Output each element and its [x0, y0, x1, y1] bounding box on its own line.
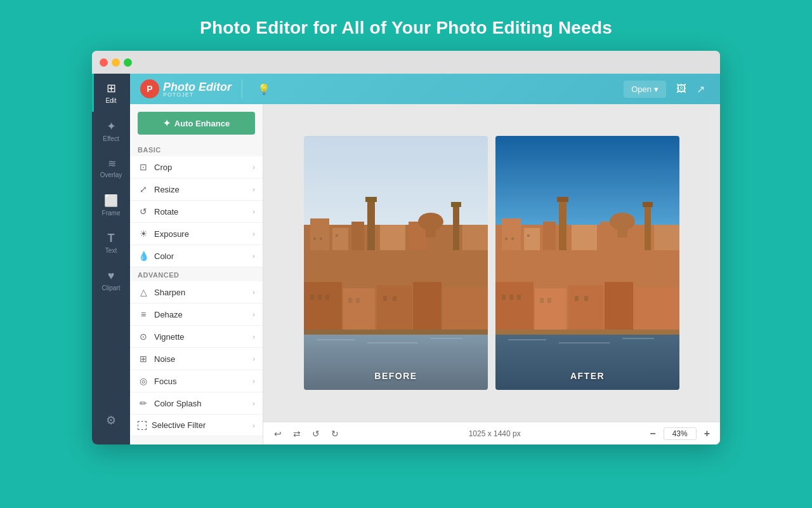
sidebar-label-overlay: Overlay [100, 171, 122, 178]
close-button[interactable] [100, 58, 108, 67]
focus-label: Focus [154, 377, 176, 386]
image-dimensions: 1025 x 1440 px [469, 429, 521, 438]
panel-area: ✦ Auto Enhance BASIC ⊡ Crop › ⤢ [130, 104, 263, 444]
before-after-container: BEFORE [304, 136, 679, 390]
color-arrow: › [252, 252, 255, 260]
after-label: AFTER [570, 371, 605, 381]
fullscreen-button[interactable] [124, 58, 132, 67]
panel-item-noise[interactable]: ⊞ Noise › [130, 348, 263, 370]
panel-item-exposure[interactable]: ☀ Exposure › [130, 223, 263, 245]
canvas-area: BEFORE [263, 104, 720, 422]
panel-item-focus[interactable]: ◎ Focus › [130, 370, 263, 392]
compare-button[interactable]: ⇄ [290, 427, 304, 441]
sidebar-label-effect: Effect [103, 135, 119, 142]
svg-rect-34 [495, 136, 679, 237]
after-image-panel: AFTER [495, 136, 679, 390]
redo-button[interactable]: ↻ [328, 427, 342, 441]
color-label: Color [154, 251, 174, 261]
panel-item-rotate[interactable]: ↺ Rotate › [130, 201, 263, 223]
svg-rect-14 [313, 237, 316, 240]
icon-sidebar: ⊞ Edit ✦ Effect ≋ Overlay ⬜ Frame T Text… [92, 74, 130, 444]
status-bar: ↩ ⇄ ↺ ↻ 1025 x 1440 px − 43% + [263, 422, 720, 444]
app-window: ⊞ Edit ✦ Effect ≋ Overlay ⬜ Frame T Text… [92, 51, 720, 444]
svg-rect-0 [304, 136, 488, 237]
noise-icon: ⊞ [138, 354, 149, 364]
panel-item-resize[interactable]: ⤢ Resize › [130, 178, 263, 201]
svg-rect-23 [318, 295, 322, 300]
panel-item-dehaze[interactable]: ≡ Dehaze › [130, 304, 263, 326]
svg-rect-56 [502, 295, 506, 300]
open-dropdown-arrow: ▾ [654, 84, 658, 94]
vignette-item-left: ⊙ Vignette [138, 331, 184, 342]
svg-rect-67 [495, 330, 679, 335]
before-label: BEFORE [374, 371, 417, 381]
before-image-svg [304, 136, 488, 390]
sharpen-label: Sharpen [154, 288, 185, 297]
color-icon: 💧 [138, 251, 149, 261]
selective-filter-icon [138, 421, 147, 430]
panel-item-selective-filter[interactable]: Selective Filter › [130, 415, 263, 436]
svg-rect-30 [317, 339, 355, 340]
sidebar-label-edit: Edit [105, 97, 116, 104]
panel-item-vignette[interactable]: ⊙ Vignette › [130, 326, 263, 348]
sidebar-item-edit[interactable]: ⊞ Edit [92, 74, 130, 112]
zoom-out-button[interactable]: − [647, 428, 658, 439]
noise-label: Noise [154, 354, 175, 364]
svg-rect-46 [643, 202, 653, 207]
before-image-panel: BEFORE [304, 136, 488, 390]
auto-enhance-button[interactable]: ✦ Auto Enhance [138, 112, 255, 135]
panel-item-color-splash[interactable]: ✏ Color Splash › [130, 392, 263, 415]
crop-label: Crop [154, 163, 172, 172]
sidebar-label-frame: Frame [102, 210, 121, 217]
svg-rect-66 [622, 338, 654, 339]
svg-rect-37 [524, 228, 540, 250]
sidebar-item-effect[interactable]: ✦ Effect [92, 112, 130, 150]
open-button[interactable]: Open ▾ [624, 81, 666, 98]
save-image-button[interactable]: 🖼 [671, 79, 691, 98]
sidebar-item-clipart[interactable]: ♥ Clipart [92, 262, 130, 299]
settings-icon: ⚙ [106, 413, 116, 427]
sidebar-item-frame[interactable]: ⬜ Frame [92, 186, 130, 224]
logo-icon: P [140, 79, 159, 98]
content-area: BEFORE [263, 104, 720, 444]
svg-rect-47 [654, 225, 679, 250]
sidebar-item-text[interactable]: T Text [92, 224, 130, 262]
text-icon: T [108, 232, 115, 245]
dehaze-label: Dehaze [154, 310, 183, 319]
clipart-icon: ♥ [108, 269, 115, 283]
selective-filter-arrow: › [252, 422, 255, 429]
undo-button[interactable]: ↺ [309, 427, 323, 441]
tips-button[interactable]: 💡 [252, 79, 275, 99]
exposure-label: Exposure [154, 229, 189, 239]
auto-enhance-label: Auto Enhance [174, 119, 230, 128]
page-title-area: Photo Editor for All of Your Photo Editi… [0, 0, 812, 51]
svg-rect-26 [356, 298, 360, 303]
svg-rect-36 [502, 218, 521, 250]
panel-item-color[interactable]: 💧 Color › [130, 245, 263, 267]
share-button[interactable]: ↗ [691, 79, 710, 99]
noise-item-left: ⊞ Noise [138, 354, 175, 364]
settings-button[interactable]: ⚙ [92, 406, 130, 437]
svg-rect-65 [559, 342, 610, 344]
svg-rect-41 [572, 225, 597, 250]
dehaze-icon: ≡ [138, 309, 149, 319]
history-back-button[interactable]: ↩ [271, 427, 285, 441]
rotate-icon: ↺ [138, 206, 149, 217]
sidebar-item-overlay[interactable]: ≋ Overlay [92, 150, 130, 186]
svg-rect-15 [320, 237, 322, 240]
zoom-in-button[interactable]: + [702, 428, 712, 439]
svg-rect-10 [426, 222, 436, 237]
svg-rect-4 [351, 222, 364, 250]
zoom-level-display[interactable]: 43% [664, 427, 697, 440]
color-splash-icon: ✏ [138, 398, 149, 408]
open-label: Open [631, 84, 652, 94]
svg-rect-11 [453, 204, 459, 250]
auto-enhance-icon: ✦ [163, 118, 171, 128]
logo-text-area: Photo Editor POTOJET [163, 81, 232, 98]
title-bar [92, 51, 720, 74]
panel-item-sharpen[interactable]: △ Sharpen › [130, 281, 263, 304]
minimize-button[interactable] [112, 58, 120, 67]
app-main: ⊞ Edit ✦ Effect ≋ Overlay ⬜ Frame T Text… [92, 74, 720, 444]
logo-letter: P [147, 84, 152, 94]
panel-item-crop[interactable]: ⊡ Crop › [130, 156, 263, 178]
